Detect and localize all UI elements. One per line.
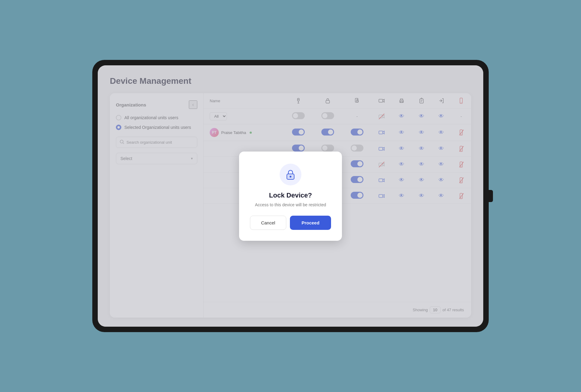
- modal-overlay: Lock Device? Access to this device will …: [98, 65, 483, 327]
- svg-point-42: [290, 176, 291, 178]
- proceed-button[interactable]: Proceed: [290, 216, 331, 230]
- modal-lock-icon: [284, 168, 297, 181]
- lock-device-modal: Lock Device? Access to this device will …: [239, 152, 342, 241]
- modal-icon-wrap: [280, 164, 301, 185]
- modal-description: Access to this device will be restricted: [255, 202, 326, 207]
- modal-actions: Cancel Proceed: [250, 216, 331, 230]
- cancel-button[interactable]: Cancel: [250, 216, 286, 230]
- modal-title: Lock Device?: [269, 191, 312, 199]
